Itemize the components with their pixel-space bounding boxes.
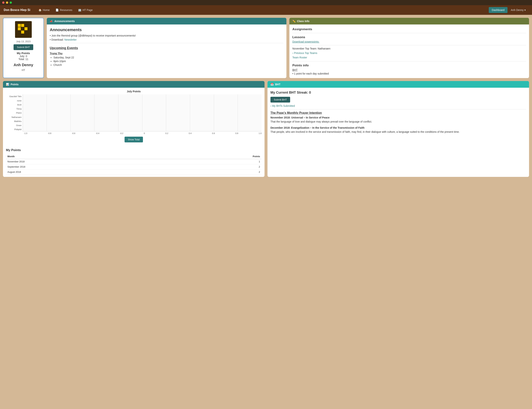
event-detail-2: 6pm-10pm xyxy=(53,60,284,63)
newsletter-link[interactable]: Newsletter xyxy=(64,38,77,41)
my-points-section: My Points July: 0 Total: 11 xyxy=(17,52,30,61)
y-label-9: Philiphê xyxy=(6,128,21,130)
nav-resources[interactable]: 📄 Resources xyxy=(53,7,75,13)
class-info-icon: ✏️ xyxy=(292,20,295,23)
points-info-title: Points info xyxy=(292,64,526,67)
lessons-title: Lessons xyxy=(292,36,526,39)
svg-rect-2 xyxy=(18,27,21,30)
download-powerpoints-link[interactable]: Download powerpoints: xyxy=(292,40,319,43)
x-label-4: -0.2 xyxy=(120,132,123,134)
avatar xyxy=(15,21,32,38)
ht-page-icon: 🏢 xyxy=(78,9,81,11)
announcements-header: 📣 Announcements xyxy=(47,18,286,25)
row-month-1: November 2018 xyxy=(6,159,177,164)
col-points: Points xyxy=(177,154,262,159)
prayer-month-2-title: December 2018: Evangelization – In the S… xyxy=(270,126,526,129)
profile-date: July 13, 2023 xyxy=(16,40,30,43)
x-label-8: 0.6 xyxy=(212,132,215,134)
points-card: 📊 Points July Points Giacòbê Tiến none A… xyxy=(3,81,265,177)
event-name: Trung Thu xyxy=(50,52,284,55)
x-label-7: 0.4 xyxy=(189,132,191,134)
y-label-6: Nathanaen xyxy=(6,116,21,118)
y-label-3: Anrê xyxy=(6,104,21,106)
profile-rank: HT xyxy=(22,69,25,72)
prayer-month-2-text: That people, who are involved in the ser… xyxy=(270,130,526,134)
points-header: 📊 Points xyxy=(3,81,265,88)
close-button[interactable] xyxy=(2,1,4,4)
announcements-title: Announcements xyxy=(50,27,284,32)
x-label-1: -0.8 xyxy=(48,132,51,134)
y-label-5: Phêrô xyxy=(6,112,21,114)
chart-section: July Points Giacòbê Tiến none Anrê Tôma … xyxy=(3,88,265,146)
row-month-2: September 2018 xyxy=(6,164,177,169)
x-axis-labels: -1.0 -0.8 -0.6 -0.4 -0.2 0 0.2 0.4 0.6 0… xyxy=(24,131,262,135)
chevron-right-icon: › xyxy=(292,52,293,55)
bht-body: My Current BHT Streak: 0 Submit BHT › My… xyxy=(267,88,529,139)
chevron-right-icon-bht: › xyxy=(270,104,271,107)
prayer-title: The Pope's Monthly Prayer Intention xyxy=(270,111,526,115)
col-month: Month xyxy=(6,154,177,159)
show-total-button[interactable]: Show Total xyxy=(124,137,143,142)
bht-icon: 📅 xyxy=(270,83,274,86)
event-list: Saturday, Sept 22 6pm-10pm Church xyxy=(50,56,284,66)
assignments-title: Assignments xyxy=(292,27,526,31)
top-grid: July 13, 2023 Submit BHT My Points July:… xyxy=(0,15,532,81)
class-info-header: ✏️ Class Info xyxy=(289,18,529,25)
ann-item-1: • Join the Remind group (@dbhiepsi) to r… xyxy=(50,34,284,37)
profile-name: Anh Denny xyxy=(14,63,33,67)
points-detail: • 1 point for each day submitted xyxy=(292,72,526,75)
home-icon: 🏠 xyxy=(38,9,42,11)
submit-bht-button-profile[interactable]: Submit BHT xyxy=(14,44,33,50)
dashboard-button[interactable]: Dashboard xyxy=(489,7,507,13)
previous-teams-expand[interactable]: › Previous Top Teams xyxy=(292,52,526,55)
navbar-right: Dashboard Anh Denny ▾ xyxy=(489,7,528,13)
announcements-body: Announcements • Join the Remind group (@… xyxy=(47,25,286,70)
row-points-1: 1 xyxy=(177,159,262,164)
y-label-4: Tôma xyxy=(6,108,21,110)
navbar: Don Bosco Hiep Si 🏠 Home 📄 Resources 🏢 H… xyxy=(0,5,532,15)
avatar-icon xyxy=(17,23,30,36)
bht-card: 📅 BHT My Current BHT Streak: 0 Submit BH… xyxy=(267,81,529,177)
user-menu[interactable]: Anh Denny ▾ xyxy=(508,7,528,13)
window-chrome xyxy=(0,0,532,5)
bht-streak: My Current BHT Streak: 0 xyxy=(270,91,526,95)
announcements-card: 📣 Announcements Announcements • Join the… xyxy=(47,18,286,78)
row-month-3: August 2018 xyxy=(6,169,177,175)
minimize-button[interactable] xyxy=(6,1,8,4)
svg-rect-3 xyxy=(25,27,28,30)
y-label-8: Gioan xyxy=(6,124,21,127)
event-detail-1: Saturday, Sept 22 xyxy=(53,56,284,59)
table-row: September 2018 2 xyxy=(6,164,262,169)
bht-label: BHT xyxy=(292,68,526,71)
x-label-3: -0.4 xyxy=(96,132,99,134)
total-points: Total: 11 xyxy=(17,58,30,61)
navbar-brand: Don Bosco Hiep Si xyxy=(4,8,30,12)
bht-header: 📅 BHT xyxy=(267,81,529,88)
prayer-month-1-title: November 2018: Universal – In Service of… xyxy=(270,116,526,119)
announcements-icon: 📣 xyxy=(50,20,53,23)
chart-title: July Points xyxy=(6,90,262,93)
row-points-3: 2 xyxy=(177,169,262,175)
team-roster-link[interactable]: Team Roster xyxy=(292,56,526,59)
x-label-2: -0.6 xyxy=(72,132,75,134)
my-points-title: My Points xyxy=(17,52,30,55)
maximize-button[interactable] xyxy=(10,1,12,4)
class-info-body: Assignments Lessons Download powerpoints… xyxy=(289,25,529,78)
svg-rect-1 xyxy=(21,24,24,27)
class-info-card: ✏️ Class Info Assignments Lessons Downlo… xyxy=(289,18,529,78)
submit-bht-button-bht[interactable]: Submit BHT xyxy=(270,97,290,102)
nav-ht-page[interactable]: 🏢 HT Page xyxy=(76,7,95,13)
nav-home[interactable]: 🏠 Home xyxy=(36,7,52,13)
y-label-7: Matthêu xyxy=(6,120,21,122)
bhts-submitted-expand[interactable]: › My BHTs Submitted xyxy=(270,104,526,107)
ann-item-2: • Download: Newsletter xyxy=(50,38,284,41)
my-points-table-section: My Points Month Points November 2018 1 S… xyxy=(3,146,265,177)
table-row: August 2018 2 xyxy=(6,169,262,175)
x-label-9: 0.8 xyxy=(235,132,238,134)
x-label-10: 1.0 xyxy=(259,132,262,134)
prayer-month-1-text: That the language of love and dialogue m… xyxy=(270,120,526,124)
x-label-5: 0 xyxy=(144,132,145,134)
svg-rect-4 xyxy=(21,31,24,34)
event-detail-3: Church xyxy=(53,64,284,66)
chart-area xyxy=(23,94,262,131)
